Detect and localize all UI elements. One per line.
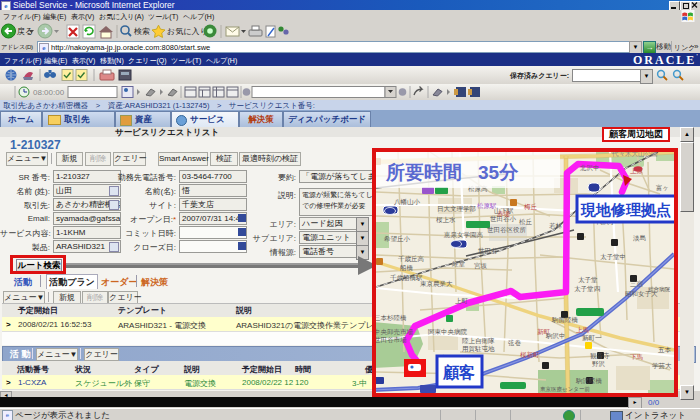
svg-text:船橋: 船橋: [399, 264, 414, 272]
svg-text:千歳丘高: 千歳丘高: [398, 255, 425, 263]
svg-text:検索: 検索: [134, 27, 150, 36]
svg-text:世田谷: 世田谷: [478, 247, 498, 255]
svg-text:日大文理学部: 日大文理学部: [437, 205, 476, 213]
svg-text:淡島: 淡島: [633, 234, 646, 242]
svg-text:桜新町: 桜新町: [520, 351, 540, 358]
svg-text:東京医療センター前: 東京医療センター前: [540, 386, 590, 392]
svg-text:松丘: 松丘: [519, 218, 533, 225]
svg-text:桜上水: 桜上水: [436, 216, 456, 223]
svg-text:弦巻: 弦巻: [508, 339, 522, 346]
svg-text:松原駅: 松原駅: [477, 202, 497, 209]
svg-text:太子堂中: 太子堂中: [600, 253, 626, 261]
svg-text:希望丘小: 希望丘小: [384, 235, 411, 242]
svg-text:08:00:00: 08:00:00: [33, 88, 65, 97]
svg-text:太子堂四: 太子堂四: [574, 285, 601, 293]
svg-text:中央卸売市場: 中央卸売市場: [374, 328, 414, 336]
svg-text:五本: 五本: [658, 346, 672, 353]
svg-text:梅丘: 梅丘: [523, 203, 538, 211]
svg-text:駒沢陸橋: 駒沢陸橋: [575, 377, 603, 385]
svg-text:用賀駐屯地: 用賀駐屯地: [462, 345, 495, 353]
svg-text:世田谷区役所: 世田谷区役所: [487, 226, 527, 234]
svg-text:八幡山小: 八幡山小: [394, 198, 421, 206]
svg-text:経堂: 経堂: [451, 260, 466, 268]
svg-text:宮坂: 宮坂: [474, 262, 488, 270]
svg-text:太子堂: 太子堂: [578, 276, 598, 284]
svg-text:東京農業大: 東京農業大: [420, 280, 453, 287]
svg-text:学芸大: 学芸大: [652, 362, 672, 369]
svg-text:顧客: 顧客: [442, 363, 475, 381]
svg-text:お気に入り: お気に入り: [167, 27, 208, 36]
svg-text:35分: 35分: [478, 162, 519, 183]
svg-text:上原: 上原: [630, 167, 644, 174]
svg-text:所要時間: 所要時間: [385, 162, 462, 183]
svg-text:関東中央病院: 関東中央病院: [428, 328, 468, 336]
svg-text:千歳船橋駅: 千歳船橋駅: [390, 274, 423, 282]
svg-text:若林: 若林: [549, 222, 563, 230]
svg-text:恵泉女学園高: 恵泉女学園高: [443, 231, 484, 239]
svg-text:北沢中: 北沢中: [580, 164, 600, 172]
svg-text:現地修理拠点: 現地修理拠点: [580, 201, 671, 219]
svg-text:駒沢中: 駒沢中: [545, 332, 566, 340]
svg-text:総合病院: 総合病院: [648, 286, 671, 293]
svg-text:野沢: 野沢: [592, 360, 606, 367]
svg-text:観音寺: 観音寺: [590, 352, 610, 360]
svg-text:下馬: 下馬: [630, 353, 643, 360]
svg-text:上馬: 上馬: [576, 326, 589, 333]
svg-text:駒留陸橋: 駒留陸橋: [551, 316, 579, 324]
svg-text:新町一: 新町一: [582, 334, 602, 341]
svg-text:世田谷市場: 世田谷市場: [374, 336, 407, 344]
svg-text:三宿: 三宿: [630, 280, 644, 288]
svg-text:三本杉陸橋: 三本杉陸橋: [374, 314, 407, 321]
svg-text:上町: 上町: [455, 297, 469, 304]
svg-text:富ヶ: 富ヶ: [656, 184, 669, 191]
svg-text:陸上自衛隊: 陸上自衛隊: [462, 337, 495, 345]
svg-text:赤堤: 赤堤: [497, 210, 511, 218]
